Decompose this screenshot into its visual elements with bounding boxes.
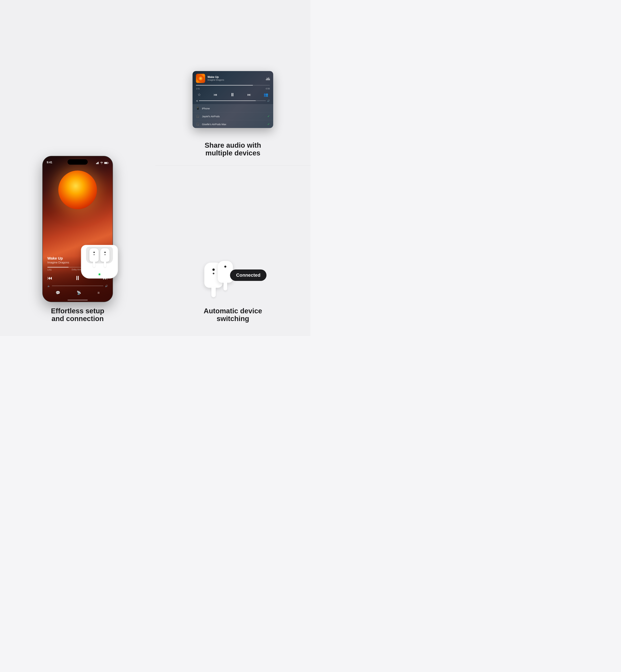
widget-forward-button[interactable]: ⏭ [247, 93, 251, 97]
connected-illustration: Connected [199, 252, 266, 299]
airpods-case-inner [86, 247, 113, 263]
airpod-left-vent [93, 252, 95, 253]
airpod-left-vent2 [93, 254, 95, 255]
device-row-jaytel[interactable]: 🎧 Jaytel's AirPods ✓ [193, 112, 273, 120]
widget-song-artist: Imagine Dragons [208, 79, 263, 81]
iphone-screen: 9:41 [43, 156, 113, 302]
widget-time-row: 1:51 -0:56 [193, 87, 273, 91]
rewind-button[interactable]: ⏮ [47, 275, 52, 281]
giselle-device-icon: 🎧 [196, 123, 200, 126]
right-bottom-caption-line1: Automatic device [204, 307, 262, 315]
device-row-iphone[interactable]: 📱 iPhone [193, 104, 273, 112]
widget-favorite-icon[interactable]: ☆ [198, 93, 201, 97]
volume-high-icon: 🔊 [105, 285, 108, 287]
widget-vol-high-icon: 🔊 [267, 99, 270, 102]
widget-rewind-button[interactable]: ⏮ [214, 93, 217, 97]
airplay-icon[interactable]: 📡 [77, 291, 81, 295]
big-airpod-right [218, 261, 233, 283]
left-panel-content: 9:41 [7, 156, 149, 323]
big-airpod-right-vent [224, 265, 226, 267]
widget-time-elapsed: 1:51 [196, 87, 200, 90]
big-airpod-left-stem [211, 287, 216, 297]
widget-song-title: Wake Up [208, 76, 263, 79]
widget-header: Wake Up Imagine Dragons [193, 71, 273, 85]
time-elapsed: 1:51 [47, 268, 52, 274]
signal-icon [96, 162, 99, 164]
wave-bar-5 [270, 79, 270, 80]
device-list: 📱 iPhone 🎧 Jaytel's AirPods ✓ 🎧 Giselle'… [193, 104, 273, 128]
progress-fill [47, 267, 69, 267]
wave-bar-3 [267, 78, 268, 80]
song-title: Wake Up [47, 256, 69, 261]
widget-progress-bar[interactable] [196, 85, 270, 85]
volume-low-icon: 🔈 [47, 285, 50, 287]
airpods-with-case [76, 245, 123, 279]
album-art [52, 165, 103, 215]
airpod-left-stem [93, 261, 95, 267]
bottom-icons: 💬 📡 ≡ [47, 291, 108, 297]
right-caption-line2: multiple devices [205, 149, 261, 157]
left-panel: 9:41 [0, 0, 155, 336]
waveform-icon [266, 77, 270, 80]
song-artist: Imagine Dragons [47, 261, 69, 264]
case-led [99, 274, 100, 275]
right-panel: Wake Up Imagine Dragons [155, 0, 310, 336]
widget-album-art [196, 74, 205, 83]
big-airpod-left-vent [212, 268, 215, 271]
airpod-right-stem [104, 261, 106, 267]
right-caption-line1: Share audio with [205, 141, 261, 149]
widget-controls: ☆ ⏮ ⏸ ⏭ 👥 [193, 91, 273, 99]
lyrics-icon[interactable]: 💬 [56, 291, 60, 295]
widget-vol-low-icon: ◀ [196, 99, 198, 102]
airpods-case [81, 245, 118, 279]
volume-bar[interactable] [52, 286, 104, 286]
airpod-left [89, 248, 99, 262]
widget-volume-bar[interactable] [199, 100, 266, 101]
svg-rect-0 [96, 163, 97, 164]
iphone-mockup: 9:41 [42, 156, 113, 302]
main-grid: 9:41 [0, 0, 310, 336]
connected-badge: Connected [230, 269, 266, 281]
widget-share-audio-icon[interactable]: 👥 [263, 93, 268, 97]
widget-time-remaining: -0:56 [265, 87, 270, 90]
jaytel-device-name: Jaytel's AirPods [202, 115, 267, 118]
jaytel-device-icon: 🎧 [196, 115, 200, 118]
song-info: Wake Up Imagine Dragons [47, 256, 69, 264]
big-airpod-right-stem [223, 282, 227, 290]
left-caption: Effortless setup and connection [51, 307, 104, 323]
widget-volume: ◀ 🔊 [193, 99, 273, 104]
widget-album-sun [198, 75, 204, 82]
right-bottom-section: Connected Automatic device switching [155, 166, 310, 336]
music-widget: Wake Up Imagine Dragons [193, 71, 273, 128]
sun-circle [58, 171, 97, 209]
widget-progress-fill [196, 85, 253, 85]
status-icons [96, 162, 109, 164]
jaytel-check-icon: ✓ [267, 114, 270, 118]
iphone-device-icon: 📱 [196, 107, 200, 110]
status-time: 9:41 [47, 161, 52, 164]
home-indicator [68, 300, 88, 300]
airpod-right-vent2 [105, 254, 106, 255]
widget-volume-fill [199, 100, 256, 101]
svg-rect-2 [97, 162, 98, 164]
right-top-section: Wake Up Imagine Dragons [155, 0, 310, 166]
widget-progress [193, 85, 273, 85]
widget-pause-button[interactable]: ⏸ [230, 92, 235, 97]
right-top-caption: Share audio with multiple devices [205, 141, 261, 157]
queue-icon[interactable]: ≡ [97, 291, 99, 295]
iphone-body: 9:41 [42, 156, 113, 302]
right-bottom-caption: Automatic device switching [204, 307, 262, 323]
wifi-icon [100, 162, 103, 164]
giselle-device-name: Giselle's AirPods Max [202, 123, 267, 126]
wave-bar-2 [267, 78, 267, 80]
svg-rect-5 [108, 163, 109, 163]
svg-rect-1 [97, 163, 97, 164]
airpod-right [100, 248, 110, 262]
dynamic-island [68, 159, 88, 165]
airpod-right-vent [104, 252, 106, 253]
svg-rect-3 [98, 162, 99, 164]
widget-song-info: Wake Up Imagine Dragons [208, 76, 263, 81]
volume-row: 🔈 🔊 [47, 285, 108, 287]
big-airpod-left-vent2 [213, 273, 214, 274]
device-row-giselle[interactable]: 🎧 Giselle's AirPods Max ✓ [193, 120, 273, 128]
